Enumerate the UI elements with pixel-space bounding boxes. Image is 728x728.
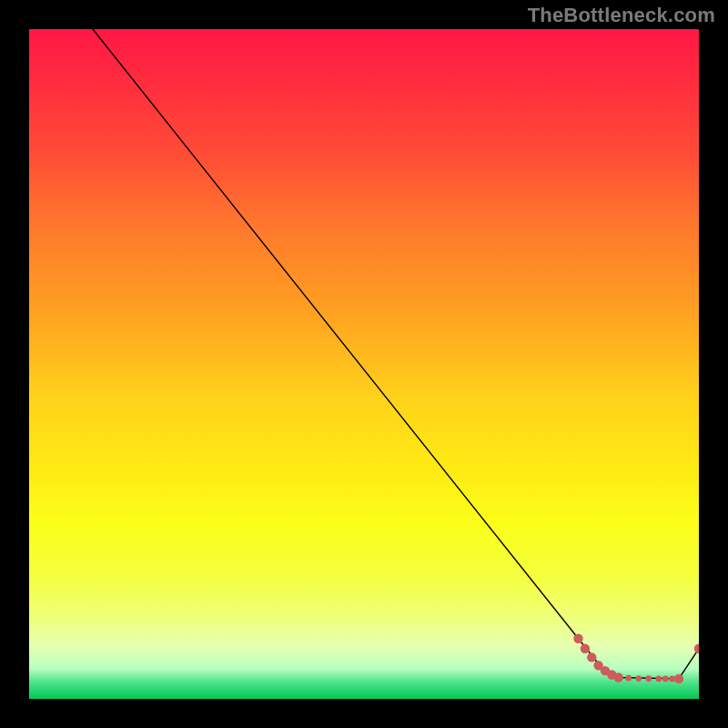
chart-root: TheBottleneck.com: [0, 0, 728, 728]
chart-dot: [581, 644, 590, 653]
chart-canvas: [29, 29, 699, 699]
chart-dot: [625, 675, 632, 682]
chart-dot: [635, 675, 642, 682]
chart-dot: [655, 676, 662, 682]
chart-dot: [613, 672, 622, 682]
chart-dot: [645, 675, 652, 682]
chart-dot: [674, 674, 683, 683]
chart-dot: [573, 634, 582, 643]
chart-dot: [662, 676, 669, 682]
chart-dot: [587, 652, 596, 662]
chart-background: [29, 29, 699, 699]
watermark-label: TheBottleneck.com: [528, 4, 715, 27]
